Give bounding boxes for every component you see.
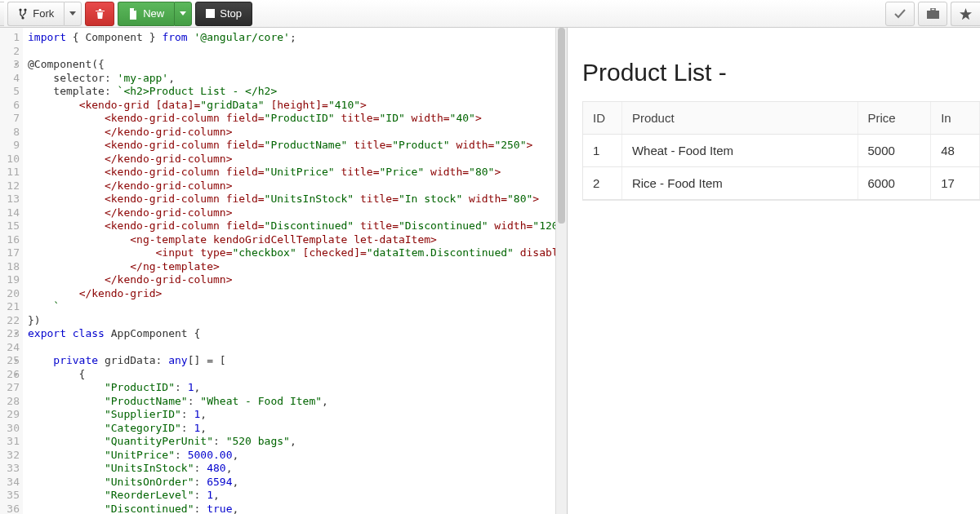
star-button[interactable]	[951, 2, 980, 26]
fold-marker[interactable]: ▾	[14, 327, 18, 341]
fork-icon	[18, 8, 28, 20]
code-line[interactable]: `	[28, 300, 555, 314]
svg-point-1	[24, 8, 27, 11]
cell-product: Rice - Food Item	[622, 167, 858, 199]
code-editor[interactable]: 1234567891011121314151617181920212223242…	[0, 28, 568, 514]
briefcase-button[interactable]	[918, 2, 947, 26]
code-line[interactable]: "Discontinued": true,	[28, 503, 555, 515]
code-line[interactable]: </kendo-grid-column>	[28, 126, 555, 140]
code-line[interactable]: "UnitsOnOrder": 6594,	[28, 476, 555, 490]
code-line[interactable]: </kendo-grid>	[28, 287, 555, 301]
new-label: New	[143, 7, 164, 20]
cell-stock: 17	[931, 167, 980, 199]
code-line[interactable]: </kendo-grid-column>	[28, 206, 555, 220]
save-button-left[interactable]: e	[0, 2, 4, 26]
code-line[interactable]: "UnitsInStock": 480,	[28, 462, 555, 476]
svg-rect-4	[927, 11, 939, 19]
code-line[interactable]: @Component({	[28, 58, 555, 72]
cell-price: 6000	[858, 167, 932, 199]
code-line[interactable]	[28, 341, 555, 355]
code-line[interactable]: "QuantityPerUnit": "520 bags",	[28, 435, 555, 449]
code-line[interactable]: "SupplierID": 1,	[28, 408, 555, 422]
code-line[interactable]: <kendo-grid-column field="UnitPrice" tit…	[28, 166, 555, 179]
trash-icon	[95, 8, 105, 20]
check-button[interactable]	[885, 2, 915, 26]
file-icon	[128, 8, 138, 20]
preview-pane: Product List - ID Product Price In 1Whea…	[568, 28, 980, 514]
fork-button[interactable]: Fork	[7, 2, 64, 26]
stop-button[interactable]: Stop	[195, 2, 252, 26]
code-line[interactable]: <input type="checkbox" [checked]="dataIt…	[28, 246, 555, 260]
code-line[interactable]: private gridData: any[] = [	[28, 354, 555, 368]
code-line[interactable]: template: `<h2>Product List - </h2>	[28, 85, 555, 99]
code-line[interactable]: <kendo-grid-column field="Discontinued" …	[28, 219, 555, 233]
new-button[interactable]: New	[118, 2, 174, 26]
code-line[interactable]: "ReorderLevel": 1,	[28, 489, 555, 503]
code-content[interactable]: import { Component } from '@angular/core…	[23, 28, 555, 514]
cell-id: 2	[583, 167, 622, 199]
code-line[interactable]: </kendo-grid-column>	[28, 273, 555, 287]
main-panes: 1234567891011121314151617181920212223242…	[0, 28, 980, 514]
svg-rect-5	[931, 8, 935, 11]
col-product[interactable]: Product	[622, 102, 858, 134]
new-dropdown[interactable]	[174, 2, 192, 26]
code-line[interactable]: "ProductID": 1,	[28, 381, 555, 395]
code-line[interactable]: <kendo-grid-column field="ProductName" t…	[28, 139, 555, 153]
code-line[interactable]: </ng-template>	[28, 260, 555, 274]
fold-marker[interactable]: ▾	[14, 354, 18, 368]
delete-button[interactable]	[85, 2, 114, 26]
code-line[interactable]: </kendo-grid-column>	[28, 153, 555, 166]
chevron-down-icon	[180, 11, 186, 16]
cell-product: Wheat - Food Item	[622, 135, 858, 166]
chevron-down-icon	[69, 11, 76, 16]
cell-price: 5000	[858, 135, 932, 166]
fork-label: Fork	[33, 7, 54, 20]
col-price[interactable]: Price	[858, 102, 932, 134]
code-line[interactable]: </kendo-grid-column>	[28, 179, 555, 193]
stop-icon	[206, 9, 215, 18]
table-row[interactable]: 1Wheat - Food Item500048	[583, 135, 980, 167]
code-line[interactable]: "ProductName": "Wheat - Food Item",	[28, 395, 555, 409]
top-toolbar: e Fork New Stop	[0, 0, 980, 28]
briefcase-icon	[927, 8, 939, 19]
code-line[interactable]: {	[28, 368, 555, 382]
vertical-scrollbar[interactable]	[555, 28, 567, 514]
code-line[interactable]: <kendo-grid-column field="UnitsInStock" …	[28, 193, 555, 206]
stop-label: Stop	[220, 7, 242, 20]
code-line[interactable]: <kendo-grid-column field="ProductID" tit…	[28, 112, 555, 126]
code-line[interactable]: import { Component } from '@angular/core…	[28, 31, 555, 45]
line-gutter: 1234567891011121314151617181920212223242…	[0, 28, 23, 514]
col-stock[interactable]: In	[931, 102, 980, 134]
preview-heading: Product List -	[582, 59, 980, 86]
star-icon	[960, 8, 972, 20]
fold-marker[interactable]: ▾	[14, 368, 18, 382]
svg-point-0	[20, 8, 22, 11]
fold-marker[interactable]: ▾	[14, 58, 18, 72]
scrollbar-thumb[interactable]	[558, 28, 565, 224]
code-line[interactable]: export class AppComponent {	[28, 327, 555, 341]
table-row[interactable]: 2Rice - Food Item600017	[583, 167, 980, 200]
code-line[interactable]: selector: 'my-app',	[28, 72, 555, 86]
svg-point-2	[22, 16, 24, 19]
cell-id: 1	[583, 135, 622, 166]
code-line[interactable]	[28, 45, 555, 59]
check-icon	[894, 9, 906, 19]
code-line[interactable]: "CategoryID": 1,	[28, 422, 555, 436]
code-line[interactable]: <ng-template kendoGridCellTemplate let-d…	[28, 233, 555, 247]
product-grid: ID Product Price In 1Wheat - Food Item50…	[582, 101, 980, 201]
code-line[interactable]: <kendo-grid [data]="gridData" [height]="…	[28, 99, 555, 113]
code-line[interactable]: })	[28, 314, 555, 328]
fork-dropdown[interactable]	[64, 2, 82, 26]
col-id[interactable]: ID	[583, 102, 622, 134]
svg-rect-3	[206, 9, 215, 18]
cell-stock: 48	[931, 135, 980, 166]
grid-header: ID Product Price In	[583, 102, 980, 135]
code-line[interactable]: "UnitPrice": 5000.00,	[28, 449, 555, 463]
